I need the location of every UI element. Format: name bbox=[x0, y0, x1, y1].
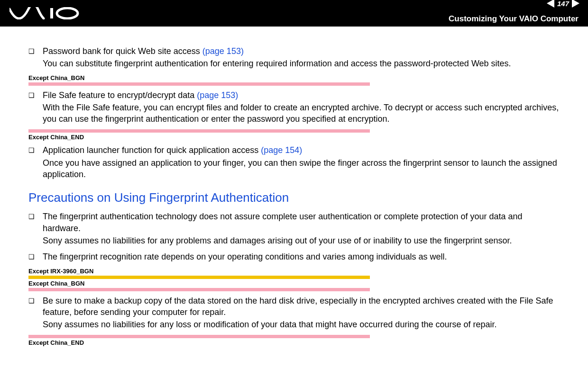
section-heading: Precautions on Using Fingerprint Authent… bbox=[28, 190, 560, 205]
region-marker: Except China_BGN bbox=[28, 280, 560, 291]
bullet-icon: ❑ bbox=[28, 45, 43, 56]
marker-bar-yellow bbox=[28, 276, 370, 279]
precaution-text: Be sure to make a backup copy of the dat… bbox=[43, 296, 553, 317]
page-ref-link[interactable]: (page 153) bbox=[197, 90, 238, 100]
marker-label: Except China_END bbox=[28, 134, 560, 141]
feature-item: ❑ Password bank for quick Web site acces… bbox=[28, 45, 560, 70]
section-title: Customizing Your VAIO Computer bbox=[449, 14, 579, 24]
region-marker: Except IRX-3960_BGN bbox=[28, 268, 560, 279]
marker-label: Except China_END bbox=[28, 339, 560, 346]
precaution-text: Sony assumes no liabilities for any loss… bbox=[43, 319, 560, 330]
page-body: ❑ Password bank for quick Web site acces… bbox=[0, 27, 588, 364]
page-header: 147 Customizing Your VAIO Computer bbox=[0, 0, 588, 27]
precaution-text: Sony assumes no liabilities for any prob… bbox=[43, 235, 560, 246]
marker-bar-pink bbox=[28, 129, 370, 133]
page-nav[interactable]: 147 bbox=[547, 0, 579, 8]
precaution-text: The fingerprint authentication technolog… bbox=[43, 212, 523, 233]
feature-title: Application launcher function for quick … bbox=[43, 145, 261, 155]
feature-item: ❑ File Safe feature to encrypt/decrypt d… bbox=[28, 90, 560, 125]
bullet-icon: ❑ bbox=[28, 295, 43, 305]
feature-item: ❑ Application launcher function for quic… bbox=[28, 144, 560, 180]
feature-desc: With the File Safe feature, you can encr… bbox=[43, 102, 560, 125]
feature-title: Password bank for quick Web site access bbox=[43, 46, 202, 56]
svg-point-1 bbox=[57, 8, 78, 18]
marker-label: Except China_BGN bbox=[28, 74, 560, 81]
svg-rect-0 bbox=[50, 8, 53, 18]
feature-desc: Once you have assigned an application to… bbox=[43, 157, 560, 180]
bullet-icon: ❑ bbox=[28, 211, 43, 221]
nav-prev-icon[interactable] bbox=[547, 0, 554, 8]
feature-title: File Safe feature to encrypt/decrypt dat… bbox=[43, 90, 197, 100]
page-ref-link[interactable]: (page 154) bbox=[261, 145, 302, 155]
marker-bar-pink bbox=[28, 288, 370, 291]
precaution-item: ❑ The fingerprint recognition rate depen… bbox=[28, 251, 560, 262]
bullet-icon: ❑ bbox=[28, 90, 43, 100]
vaio-logo bbox=[9, 0, 81, 27]
marker-bar-pink bbox=[28, 82, 370, 86]
region-marker: Except China_END bbox=[28, 129, 560, 141]
region-marker: Except China_BGN bbox=[28, 74, 560, 86]
feature-desc: You can substitute fingerprint authentic… bbox=[43, 58, 560, 69]
nav-next-icon[interactable] bbox=[572, 0, 579, 8]
marker-bar-pink bbox=[28, 335, 370, 338]
marker-label: Except IRX-3960_BGN bbox=[28, 268, 560, 275]
page-number: 147 bbox=[557, 0, 569, 8]
marker-label: Except China_BGN bbox=[28, 280, 560, 287]
page-ref-link[interactable]: (page 153) bbox=[202, 46, 244, 56]
region-marker: Except China_END bbox=[28, 335, 560, 346]
bullet-icon: ❑ bbox=[28, 144, 43, 155]
bullet-icon: ❑ bbox=[28, 251, 43, 261]
precaution-item: ❑ The fingerprint authentication technol… bbox=[28, 211, 560, 246]
precaution-item: ❑ Be sure to make a backup copy of the d… bbox=[28, 295, 560, 331]
precaution-text: The fingerprint recognition rate depends… bbox=[43, 252, 447, 261]
